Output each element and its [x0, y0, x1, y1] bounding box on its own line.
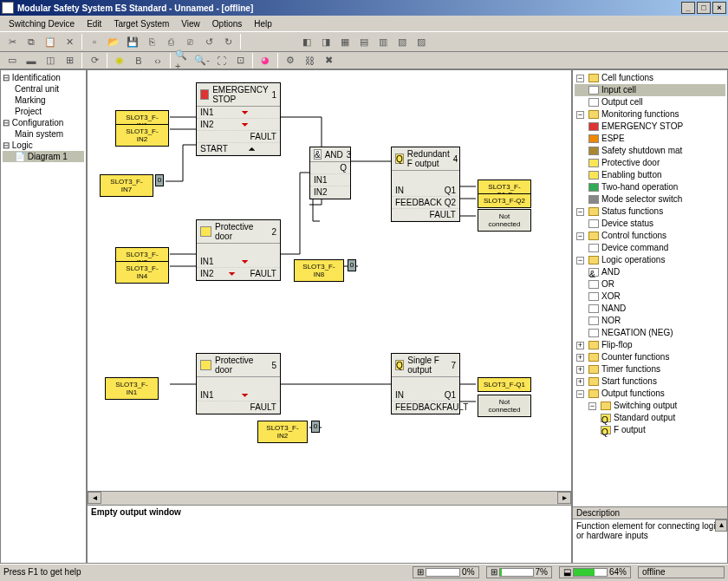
- lib-input-cell[interactable]: Input cell: [575, 84, 725, 96]
- view2-icon[interactable]: ▬: [23, 52, 40, 69]
- redo-icon[interactable]: ↻: [219, 33, 237, 50]
- lib-xor[interactable]: XOR: [575, 290, 725, 303]
- tag-slot3-fin8[interactable]: SLOT3_F-IN8: [294, 259, 344, 282]
- view3-icon[interactable]: ◫: [42, 52, 59, 69]
- tag-lower-fin2[interactable]: SLOT3_F-IN2: [257, 421, 308, 443]
- bc-icon[interactable]: B: [130, 52, 147, 69]
- block-protective-door-2[interactable]: Protective door2 IN1⏷ IN2⏷FAULT: [196, 219, 281, 281]
- delete-icon[interactable]: ✕: [61, 33, 78, 50]
- tree-diagram1[interactable]: 📄 Diagram 1: [3, 151, 84, 162]
- tool-e-icon[interactable]: ▥: [374, 33, 392, 50]
- lib-device-command[interactable]: Device command: [575, 242, 725, 254]
- color-icon[interactable]: ◕: [257, 52, 274, 69]
- lib-control[interactable]: −Control functions: [575, 230, 725, 242]
- tree-logic[interactable]: ⊟ Logic: [3, 140, 84, 151]
- tool-f-icon[interactable]: ▧: [393, 33, 411, 50]
- block-protective-door-5[interactable]: Protective door5 IN1⏷ FAULT: [196, 353, 281, 415]
- lib-nand[interactable]: NAND: [575, 303, 725, 315]
- copy-icon[interactable]: ⧉: [23, 33, 40, 50]
- lib-output-cell[interactable]: Output cell: [575, 96, 725, 108]
- tag-slot3-fin7[interactable]: SLOT3_F-IN7: [100, 174, 153, 197]
- scroll-left-icon[interactable]: ◂: [88, 492, 101, 504]
- lib-estop[interactable]: EMERGENCY STOP: [575, 121, 725, 133]
- zoom100-icon[interactable]: ⊡: [231, 52, 249, 69]
- tag-lower-fin1[interactable]: SLOT3_F-IN1: [105, 377, 159, 400]
- lib-device-status[interactable]: Device status: [575, 218, 725, 230]
- tag-slot3-fq2[interactable]: SLOT3_F-Q2: [478, 193, 531, 208]
- zoomfit-icon[interactable]: ⛶: [212, 52, 230, 69]
- zoomout-icon[interactable]: 🔍-: [193, 52, 211, 69]
- lib-and[interactable]: &AND: [575, 266, 725, 278]
- lib-output[interactable]: −Output functions: [575, 388, 725, 400]
- lib-monitoring[interactable]: −Monitoring functions: [575, 108, 725, 121]
- lib-f-output[interactable]: QF output: [575, 424, 725, 436]
- tool-c-icon[interactable]: ▦: [336, 33, 354, 50]
- tag-slot3-fin2[interactable]: SLOT3_F-IN2: [115, 124, 169, 147]
- arrow-icon[interactable]: ‹›: [149, 52, 166, 69]
- print-icon[interactable]: ⎙: [162, 33, 179, 50]
- lib-timer[interactable]: +Timer functions: [575, 363, 725, 375]
- pin-in7[interactable]: 0: [155, 174, 164, 186]
- saveall-icon[interactable]: ⎘: [143, 33, 160, 50]
- lib-shutdown-mat[interactable]: Safety shutdown mat: [575, 145, 725, 157]
- close-button[interactable]: ×: [712, 2, 726, 14]
- tree-project[interactable]: Project: [3, 106, 84, 117]
- scroll-right-icon[interactable]: ▸: [557, 492, 571, 504]
- lib-protective-door[interactable]: Protective door: [575, 157, 725, 169]
- block-and[interactable]: &AND3 Q IN1 IN2: [309, 147, 351, 199]
- printprev-icon[interactable]: ⎚: [181, 33, 198, 50]
- lib-espe[interactable]: ESPE: [575, 133, 725, 145]
- lib-logic[interactable]: −Logic operations: [575, 254, 725, 266]
- open-icon[interactable]: 📂: [105, 33, 122, 50]
- lib-neg[interactable]: NEGATION (NEG): [575, 327, 725, 339]
- lib-or[interactable]: OR: [575, 278, 725, 290]
- lib-standard-output[interactable]: QStandard output: [575, 412, 725, 424]
- minimize-button[interactable]: _: [681, 2, 695, 14]
- lib-flipflop[interactable]: +Flip-flop: [575, 339, 725, 351]
- bulb-icon[interactable]: ◉: [111, 52, 128, 69]
- tree-configuration[interactable]: ⊟ Configuration: [3, 117, 84, 128]
- tag-slot3-fin4[interactable]: SLOT3_F-IN4: [115, 261, 169, 284]
- save-icon[interactable]: 💾: [124, 33, 141, 50]
- view1-icon[interactable]: ▭: [3, 52, 21, 69]
- new-icon[interactable]: ▫: [86, 33, 103, 50]
- lib-counter[interactable]: +Counter functions: [575, 351, 725, 363]
- refresh-icon[interactable]: ⟳: [86, 52, 103, 69]
- menu-help[interactable]: Help: [249, 17, 277, 30]
- tool2a-icon[interactable]: ⚙: [282, 52, 299, 69]
- menu-edit[interactable]: Edit: [81, 17, 107, 30]
- lib-two-hand[interactable]: Two-hand operation: [575, 181, 725, 193]
- lib-switching-output[interactable]: −Switching output: [575, 400, 725, 412]
- cut-icon[interactable]: ✂: [3, 33, 21, 50]
- menu-view[interactable]: View: [176, 17, 205, 30]
- tree-marking[interactable]: Marking: [3, 95, 84, 106]
- diagram-canvas[interactable]: SLOT3_F-IN1 SLOT3_F-IN2 SLOT3_F-IN7 0 EM…: [88, 70, 571, 491]
- tool-d-icon[interactable]: ▤: [355, 33, 373, 50]
- lib-start[interactable]: +Start functions: [575, 375, 725, 388]
- tool2c-icon[interactable]: ✖: [320, 52, 337, 69]
- block-emergency-stop[interactable]: EMERGENCY STOP1 IN1⏷ IN2⏷ FAULT START⏶: [196, 82, 281, 156]
- pin-lower[interactable]: 0: [311, 421, 320, 433]
- tool-b-icon[interactable]: ◨: [317, 33, 335, 50]
- lib-nor[interactable]: NOR: [575, 315, 725, 327]
- canvas-hscroll[interactable]: ◂ ▸: [88, 491, 571, 505]
- tree-central-unit[interactable]: Central unit: [3, 83, 84, 95]
- view4-icon[interactable]: ⊞: [61, 52, 78, 69]
- lib-mode-selector[interactable]: Mode selector switch: [575, 193, 725, 206]
- tag-notconnected-2[interactable]: Not connected: [478, 395, 531, 417]
- tree-identification[interactable]: ⊟ Identification: [3, 72, 84, 83]
- tool-g-icon[interactable]: ▨: [413, 33, 430, 50]
- undo-icon[interactable]: ↺: [200, 33, 218, 50]
- lib-enabling-button[interactable]: Enabling button: [575, 169, 725, 181]
- menu-target-system[interactable]: Target System: [108, 17, 174, 30]
- pin-in8[interactable]: 0: [348, 259, 356, 271]
- menu-options[interactable]: Options: [207, 17, 247, 30]
- maximize-button[interactable]: □: [697, 2, 711, 14]
- tree-main-system[interactable]: Main system: [3, 128, 84, 140]
- block-redundant-foutput[interactable]: QRedundant F output4 INQ1 FEEDBACKQ2 FAU…: [391, 147, 460, 222]
- lib-cell-functions[interactable]: −Cell functions: [575, 72, 725, 84]
- zoomin-icon[interactable]: 🔍+: [174, 52, 192, 69]
- block-single-foutput[interactable]: QSingle F output7 INQ1 FEEDBACKFAULT: [391, 353, 460, 415]
- lib-status[interactable]: −Status functions: [575, 206, 725, 218]
- menu-switching-device[interactable]: Switching Device: [3, 17, 80, 30]
